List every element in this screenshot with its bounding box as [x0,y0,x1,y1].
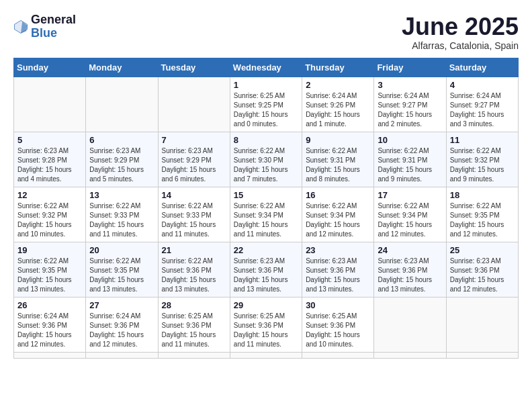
day-info: Sunrise: 6:22 AMSunset: 9:34 PMDaylight:… [378,201,442,239]
day-info: Sunrise: 6:24 AMSunset: 9:26 PMDaylight:… [306,91,370,129]
day-number: 7 [162,135,226,145]
calendar-day-cell: 18 Sunrise: 6:22 AMSunset: 9:35 PMDaylig… [446,187,518,242]
calendar-week-row [14,352,519,358]
weekday-header-saturday: Saturday [446,58,518,77]
day-info: Sunrise: 6:23 AMSunset: 9:36 PMDaylight:… [306,257,370,294]
calendar-day-cell: 16 Sunrise: 6:22 AMSunset: 9:34 PMDaylig… [302,187,374,242]
day-info: Sunrise: 6:22 AMSunset: 9:35 PMDaylight:… [450,201,515,239]
day-number: 12 [17,190,82,200]
weekday-header-monday: Monday [86,58,158,77]
logo-text: General Blue [31,13,76,40]
page-header: General Blue June 2025 Alfarras, Catalon… [13,13,519,51]
logo: General Blue [13,13,76,40]
day-info: Sunrise: 6:24 AMSunset: 9:36 PMDaylight:… [17,312,82,349]
day-number: 19 [17,245,82,255]
calendar-day-cell [158,352,230,358]
day-info: Sunrise: 6:25 AMSunset: 9:36 PMDaylight:… [234,312,298,349]
day-info: Sunrise: 6:24 AMSunset: 9:36 PMDaylight:… [89,312,154,349]
calendar-day-cell: 23 Sunrise: 6:23 AMSunset: 9:36 PMDaylig… [302,242,374,297]
calendar-day-cell: 1 Sunrise: 6:25 AMSunset: 9:25 PMDayligh… [230,77,302,132]
day-number: 9 [306,135,370,145]
title-block: June 2025 Alfarras, Catalonia, Spain [402,13,519,51]
day-number: 24 [378,245,442,255]
day-info: Sunrise: 6:22 AMSunset: 9:33 PMDaylight:… [89,201,154,239]
calendar-day-cell: 14 Sunrise: 6:22 AMSunset: 9:33 PMDaylig… [158,187,230,242]
day-info: Sunrise: 6:23 AMSunset: 9:36 PMDaylight:… [234,257,298,294]
calendar-day-cell: 19 Sunrise: 6:22 AMSunset: 9:35 PMDaylig… [14,242,86,297]
day-info: Sunrise: 6:25 AMSunset: 9:36 PMDaylight:… [306,312,370,349]
day-info: Sunrise: 6:23 AMSunset: 9:29 PMDaylight:… [162,146,226,184]
calendar-day-cell [446,297,518,352]
calendar-week-row: 19 Sunrise: 6:22 AMSunset: 9:35 PMDaylig… [14,242,519,297]
day-number: 14 [162,190,226,200]
weekday-header-sunday: Sunday [14,58,86,77]
calendar-day-cell [158,77,230,132]
day-info: Sunrise: 6:23 AMSunset: 9:36 PMDaylight:… [378,257,442,294]
calendar-table: SundayMondayTuesdayWednesdayThursdayFrid… [13,58,519,359]
day-number: 21 [162,245,226,255]
calendar-day-cell: 2 Sunrise: 6:24 AMSunset: 9:26 PMDayligh… [302,77,374,132]
calendar-day-cell: 10 Sunrise: 6:22 AMSunset: 9:31 PMDaylig… [374,132,446,187]
day-info: Sunrise: 6:22 AMSunset: 9:35 PMDaylight:… [89,257,154,294]
location-subtitle: Alfarras, Catalonia, Spain [402,40,519,51]
day-number: 3 [378,80,442,90]
day-info: Sunrise: 6:22 AMSunset: 9:35 PMDaylight:… [17,257,82,294]
calendar-day-cell: 21 Sunrise: 6:22 AMSunset: 9:36 PMDaylig… [158,242,230,297]
day-number: 2 [306,80,370,90]
day-info: Sunrise: 6:25 AMSunset: 9:36 PMDaylight:… [162,312,226,349]
day-number: 29 [234,300,298,310]
calendar-day-cell [14,77,86,132]
calendar-day-cell: 15 Sunrise: 6:22 AMSunset: 9:34 PMDaylig… [230,187,302,242]
calendar-day-cell [446,352,518,358]
calendar-day-cell: 24 Sunrise: 6:23 AMSunset: 9:36 PMDaylig… [374,242,446,297]
calendar-day-cell: 22 Sunrise: 6:23 AMSunset: 9:36 PMDaylig… [230,242,302,297]
calendar-day-cell: 27 Sunrise: 6:24 AMSunset: 9:36 PMDaylig… [86,297,158,352]
calendar-day-cell: 7 Sunrise: 6:23 AMSunset: 9:29 PMDayligh… [158,132,230,187]
calendar-day-cell: 26 Sunrise: 6:24 AMSunset: 9:36 PMDaylig… [14,297,86,352]
calendar-day-cell: 5 Sunrise: 6:23 AMSunset: 9:28 PMDayligh… [14,132,86,187]
calendar-day-cell: 12 Sunrise: 6:22 AMSunset: 9:32 PMDaylig… [14,187,86,242]
calendar-day-cell: 17 Sunrise: 6:22 AMSunset: 9:34 PMDaylig… [374,187,446,242]
day-number: 10 [378,135,442,145]
calendar-day-cell: 13 Sunrise: 6:22 AMSunset: 9:33 PMDaylig… [86,187,158,242]
day-info: Sunrise: 6:22 AMSunset: 9:33 PMDaylight:… [162,201,226,239]
calendar-week-row: 12 Sunrise: 6:22 AMSunset: 9:32 PMDaylig… [14,187,519,242]
month-title: June 2025 [402,13,519,40]
logo-blue: Blue [31,27,76,40]
day-number: 6 [89,135,154,145]
calendar-day-cell [86,352,158,358]
calendar-day-cell [86,77,158,132]
day-number: 22 [234,245,298,255]
calendar-day-cell [374,352,446,358]
day-number: 15 [234,190,298,200]
day-info: Sunrise: 6:22 AMSunset: 9:30 PMDaylight:… [234,146,298,184]
day-number: 20 [89,245,154,255]
calendar-week-row: 26 Sunrise: 6:24 AMSunset: 9:36 PMDaylig… [14,297,519,352]
calendar-day-cell: 20 Sunrise: 6:22 AMSunset: 9:35 PMDaylig… [86,242,158,297]
day-info: Sunrise: 6:22 AMSunset: 9:32 PMDaylight:… [17,201,82,239]
day-number: 26 [17,300,82,310]
day-number: 11 [450,135,515,145]
calendar-week-row: 1 Sunrise: 6:25 AMSunset: 9:25 PMDayligh… [14,77,519,132]
day-number: 17 [378,190,442,200]
weekday-header-thursday: Thursday [302,58,374,77]
calendar-day-cell: 8 Sunrise: 6:22 AMSunset: 9:30 PMDayligh… [230,132,302,187]
day-info: Sunrise: 6:24 AMSunset: 9:27 PMDaylight:… [450,91,515,129]
day-number: 8 [234,135,298,145]
day-info: Sunrise: 6:25 AMSunset: 9:25 PMDaylight:… [234,91,298,129]
day-number: 23 [306,245,370,255]
day-info: Sunrise: 6:23 AMSunset: 9:36 PMDaylight:… [450,257,515,294]
calendar-day-cell [302,352,374,358]
day-info: Sunrise: 6:22 AMSunset: 9:31 PMDaylight:… [306,146,370,184]
calendar-day-cell: 6 Sunrise: 6:23 AMSunset: 9:29 PMDayligh… [86,132,158,187]
day-number: 5 [17,135,82,145]
logo-icon [13,19,28,34]
calendar-week-row: 5 Sunrise: 6:23 AMSunset: 9:28 PMDayligh… [14,132,519,187]
day-info: Sunrise: 6:22 AMSunset: 9:32 PMDaylight:… [450,146,515,184]
day-number: 18 [450,190,515,200]
day-info: Sunrise: 6:22 AMSunset: 9:31 PMDaylight:… [378,146,442,184]
day-number: 30 [306,300,370,310]
day-number: 25 [450,245,515,255]
day-info: Sunrise: 6:23 AMSunset: 9:28 PMDaylight:… [17,146,82,184]
weekday-header-wednesday: Wednesday [230,58,302,77]
